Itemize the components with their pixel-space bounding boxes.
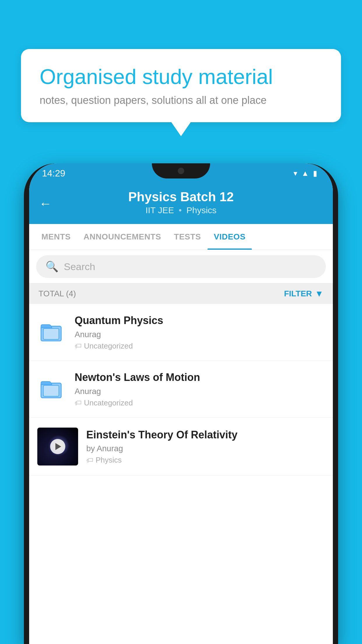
video-title-3: Einstein's Theory Of Relativity bbox=[86, 428, 325, 442]
filter-icon: ▼ bbox=[315, 289, 324, 299]
list-item[interactable]: Newton's Laws of Motion Anurag 🏷 Uncateg… bbox=[29, 361, 333, 418]
speech-bubble: Organised study material notes, question… bbox=[21, 49, 341, 122]
phone-notch bbox=[152, 163, 210, 178]
video-author-2: Anurag bbox=[75, 387, 325, 396]
play-triangle-icon bbox=[55, 443, 61, 450]
tab-videos[interactable]: VIDEOS bbox=[208, 224, 252, 250]
video-title-1: Quantum Physics bbox=[75, 314, 325, 328]
phone-inner: 14:29 ▾ ▲ ▮ ← Physics Batch 12 IIT JEE •… bbox=[29, 163, 333, 644]
tab-ments[interactable]: MENTS bbox=[35, 224, 77, 250]
video-tag-row-3: 🏷 Physics bbox=[86, 456, 325, 465]
play-button-3[interactable] bbox=[50, 439, 65, 454]
bubble-subtitle: notes, question papers, solutions all at… bbox=[40, 94, 322, 106]
status-time: 14:29 bbox=[42, 168, 65, 179]
filter-bar: TOTAL (4) FILTER ▼ bbox=[29, 284, 333, 304]
video-tag-row-2: 🏷 Uncategorized bbox=[75, 398, 325, 407]
svg-rect-3 bbox=[43, 385, 59, 396]
search-placeholder: Search bbox=[64, 261, 95, 272]
status-icons: ▾ ▲ ▮ bbox=[294, 169, 317, 178]
tab-announcements[interactable]: ANNOUNCEMENTS bbox=[77, 224, 168, 250]
app-header: ← Physics Batch 12 IIT JEE • Physics bbox=[29, 183, 333, 224]
video-list: Quantum Physics Anurag 🏷 Uncategorized bbox=[29, 304, 333, 476]
video-title-2: Newton's Laws of Motion bbox=[75, 371, 325, 384]
list-item[interactable]: Quantum Physics Anurag 🏷 Uncategorized bbox=[29, 304, 333, 361]
tag-icon-3: 🏷 bbox=[86, 456, 93, 464]
video-info-3: Einstein's Theory Of Relativity by Anura… bbox=[86, 428, 325, 465]
video-tag-row-1: 🏷 Uncategorized bbox=[75, 342, 325, 351]
total-count: TOTAL (4) bbox=[38, 289, 76, 298]
tab-tests[interactable]: TESTS bbox=[168, 224, 208, 250]
header-subtitle: IIT JEE • Physics bbox=[29, 205, 333, 215]
filter-label: FILTER bbox=[284, 289, 312, 298]
bubble-title: Organised study material bbox=[40, 65, 322, 89]
header-title: Physics Batch 12 bbox=[29, 190, 333, 204]
signal-icon: ▲ bbox=[301, 169, 309, 178]
list-item[interactable]: Einstein's Theory Of Relativity by Anura… bbox=[29, 418, 333, 476]
tag-label-1: Uncategorized bbox=[84, 342, 133, 351]
video-author-3: by Anurag bbox=[86, 444, 325, 453]
subtitle-iit: IIT JEE bbox=[145, 205, 174, 215]
video-info-2: Newton's Laws of Motion Anurag 🏷 Uncateg… bbox=[75, 371, 325, 407]
tabs-bar: MENTS ANNOUNCEMENTS TESTS VIDEOS bbox=[29, 224, 333, 250]
video-folder-icon-2 bbox=[37, 374, 66, 404]
camera-dot bbox=[178, 168, 184, 174]
svg-rect-1 bbox=[43, 328, 59, 339]
search-bar[interactable]: 🔍 Search bbox=[36, 255, 326, 278]
tag-label-3: Physics bbox=[96, 456, 122, 465]
subtitle-separator: • bbox=[179, 205, 182, 215]
wifi-icon: ▾ bbox=[294, 169, 297, 178]
search-container: 🔍 Search bbox=[29, 250, 333, 284]
back-button[interactable]: ← bbox=[39, 196, 52, 211]
search-icon: 🔍 bbox=[45, 260, 59, 273]
video-author-1: Anurag bbox=[75, 330, 325, 339]
battery-icon: ▮ bbox=[313, 169, 317, 178]
video-folder-icon-1 bbox=[37, 318, 66, 347]
tag-icon-1: 🏷 bbox=[75, 342, 82, 350]
subtitle-physics: Physics bbox=[186, 205, 216, 215]
video-info-1: Quantum Physics Anurag 🏷 Uncategorized bbox=[75, 314, 325, 351]
phone-shell: 14:29 ▾ ▲ ▮ ← Physics Batch 12 IIT JEE •… bbox=[24, 163, 338, 644]
filter-button[interactable]: FILTER ▼ bbox=[284, 289, 324, 299]
video-thumbnail-3 bbox=[37, 428, 78, 466]
tag-label-2: Uncategorized bbox=[84, 398, 133, 407]
tag-icon-2: 🏷 bbox=[75, 399, 82, 407]
